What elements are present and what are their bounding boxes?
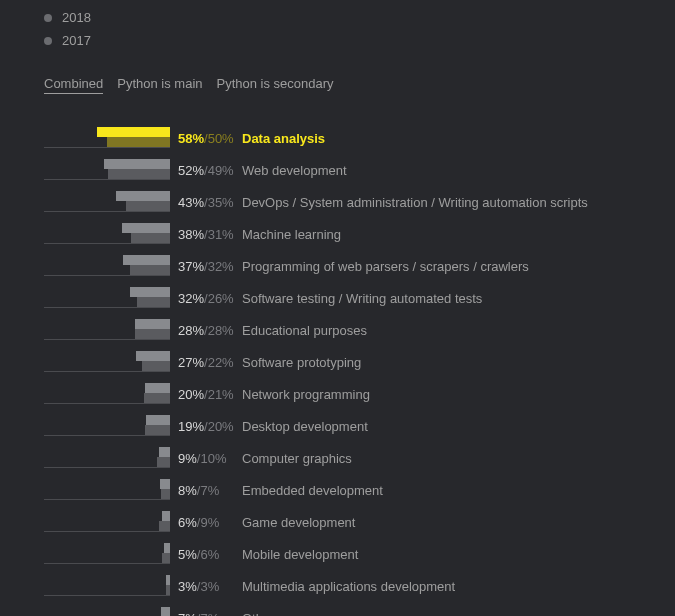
pct-2018: 3% xyxy=(178,579,197,594)
bar-track xyxy=(44,340,170,372)
bar-2017 xyxy=(135,329,170,339)
legend-item-2018[interactable]: 2018 xyxy=(44,10,631,25)
pct-2017: 28% xyxy=(208,323,234,338)
bar-2018 xyxy=(135,319,170,329)
bar-track xyxy=(44,532,170,564)
percent-labels: 19%/20% xyxy=(178,419,242,436)
bar-track xyxy=(44,468,170,500)
category-label: Embedded development xyxy=(242,483,383,500)
pct-2017: 6% xyxy=(200,547,219,562)
category-label: Mobile development xyxy=(242,547,358,564)
bar-2018 xyxy=(97,127,170,137)
pct-2018: 20% xyxy=(178,387,204,402)
bar-2017 xyxy=(162,553,170,563)
category-label: Network programming xyxy=(242,387,370,404)
bar-2018 xyxy=(123,255,170,265)
pct-2017: 26% xyxy=(208,291,234,306)
bar-track xyxy=(44,372,170,404)
pct-2018: 27% xyxy=(178,355,204,370)
chart-row: 3%/3%Multimedia applications development xyxy=(44,564,631,596)
pct-2017: 10% xyxy=(200,451,226,466)
bar-track xyxy=(44,500,170,532)
legend-label: 2017 xyxy=(62,33,91,48)
chart-row: 7%/7%Other xyxy=(44,596,631,616)
pct-2018: 37% xyxy=(178,259,204,274)
bar-track xyxy=(44,116,170,148)
bar-2018 xyxy=(122,223,170,233)
bar-track xyxy=(44,308,170,340)
tab-bar: Combined Python is main Python is second… xyxy=(44,76,631,94)
category-label: Software testing / Writing automated tes… xyxy=(242,291,482,308)
pct-2018: 8% xyxy=(178,483,197,498)
bar-2017 xyxy=(108,169,170,179)
bar-2017 xyxy=(145,425,170,435)
year-legend: 2018 2017 xyxy=(44,10,631,48)
category-label: Educational purposes xyxy=(242,323,367,340)
chart-row: 6%/9%Game development xyxy=(44,500,631,532)
legend-dot-icon xyxy=(44,14,52,22)
percent-labels: 6%/9% xyxy=(178,515,242,532)
pct-2018: 19% xyxy=(178,419,204,434)
percent-labels: 28%/28% xyxy=(178,323,242,340)
bar-2017 xyxy=(157,457,170,467)
chart-row: 32%/26%Software testing / Writing automa… xyxy=(44,276,631,308)
category-label: Multimedia applications development xyxy=(242,579,455,596)
chart-row: 20%/21%Network programming xyxy=(44,372,631,404)
percent-labels: 43%/35% xyxy=(178,195,242,212)
chart-row: 52%/49%Web development xyxy=(44,148,631,180)
pct-2018: 5% xyxy=(178,547,197,562)
category-label: Web development xyxy=(242,163,347,180)
pct-2018: 38% xyxy=(178,227,204,242)
pct-2017: 35% xyxy=(208,195,234,210)
pct-2018: 7% xyxy=(178,611,197,616)
category-label: Machine learning xyxy=(242,227,341,244)
bar-2017 xyxy=(126,201,170,211)
tab-python-main[interactable]: Python is main xyxy=(117,76,202,94)
pct-2017: 3% xyxy=(200,579,219,594)
percent-labels: 9%/10% xyxy=(178,451,242,468)
pct-2017: 20% xyxy=(208,419,234,434)
bar-2018 xyxy=(159,447,170,457)
pct-2018: 43% xyxy=(178,195,204,210)
pct-2018: 32% xyxy=(178,291,204,306)
percent-labels: 7%/7% xyxy=(178,611,242,616)
tab-combined[interactable]: Combined xyxy=(44,76,103,94)
bar-track xyxy=(44,276,170,308)
chart-row: 38%/31%Machine learning xyxy=(44,212,631,244)
bar-track xyxy=(44,404,170,436)
category-label: Computer graphics xyxy=(242,451,352,468)
pct-2017: 50% xyxy=(208,131,234,146)
bar-track xyxy=(44,244,170,276)
chart-row: 37%/32%Programming of web parsers / scra… xyxy=(44,244,631,276)
pct-2018: 52% xyxy=(178,163,204,178)
pct-2018: 9% xyxy=(178,451,197,466)
chart-row: 8%/7%Embedded development xyxy=(44,468,631,500)
pct-2017: 22% xyxy=(208,355,234,370)
bar-2017 xyxy=(131,233,170,243)
percent-labels: 3%/3% xyxy=(178,579,242,596)
percent-labels: 5%/6% xyxy=(178,547,242,564)
percent-labels: 58%/50% xyxy=(178,131,242,148)
bar-track xyxy=(44,596,170,616)
chart-row: 9%/10%Computer graphics xyxy=(44,436,631,468)
category-label: DevOps / System administration / Writing… xyxy=(242,195,588,212)
percent-labels: 32%/26% xyxy=(178,291,242,308)
bar-2018 xyxy=(162,511,170,521)
chart-row: 5%/6%Mobile development xyxy=(44,532,631,564)
bar-2017 xyxy=(137,297,170,307)
pct-2017: 9% xyxy=(200,515,219,530)
percent-labels: 37%/32% xyxy=(178,259,242,276)
category-label: Game development xyxy=(242,515,355,532)
bar-2018 xyxy=(161,607,170,616)
bar-2018 xyxy=(145,383,170,393)
category-label: Desktop development xyxy=(242,419,368,436)
percent-labels: 8%/7% xyxy=(178,483,242,500)
category-label: Programming of web parsers / scrapers / … xyxy=(242,259,529,276)
legend-item-2017[interactable]: 2017 xyxy=(44,33,631,48)
legend-label: 2018 xyxy=(62,10,91,25)
pct-2017: 32% xyxy=(208,259,234,274)
chart-rows: 58%/50%Data analysis52%/49%Web developme… xyxy=(44,116,631,616)
bar-2017 xyxy=(142,361,170,371)
bar-2017 xyxy=(130,265,170,275)
tab-python-secondary[interactable]: Python is secondary xyxy=(217,76,334,94)
